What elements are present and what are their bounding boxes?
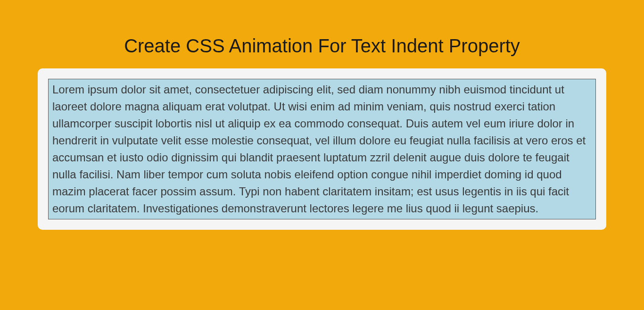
content-panel: Lorem ipsum dolor sit amet, consectetuer… bbox=[38, 68, 606, 230]
lorem-text-box: Lorem ipsum dolor sit amet, consectetuer… bbox=[48, 79, 596, 219]
page-title: Create CSS Animation For Text Indent Pro… bbox=[38, 0, 606, 68]
page-container: Create CSS Animation For Text Indent Pro… bbox=[0, 0, 644, 230]
